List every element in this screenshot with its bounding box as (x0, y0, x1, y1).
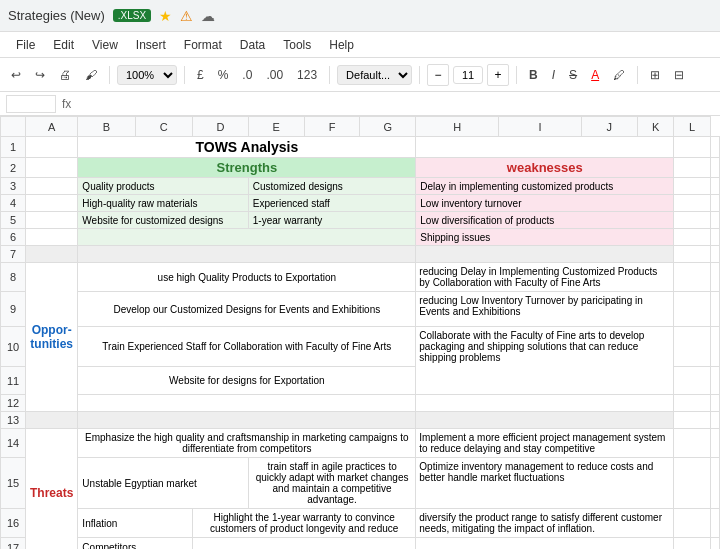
cell-l7[interactable] (674, 246, 711, 263)
borders-button[interactable]: ⊞ (645, 65, 665, 85)
so-strategy-1[interactable]: use high Quality Products to Exportation (78, 263, 416, 292)
wo-strategy-3[interactable]: Collaborate with the Faculty of Fine art… (416, 327, 674, 395)
increase-decimal-button[interactable]: .00 (261, 65, 288, 85)
weakness-item-3[interactable]: Low diversification of products (416, 212, 674, 229)
cell-l2[interactable] (674, 158, 711, 178)
menu-view[interactable]: View (84, 36, 126, 54)
st-strategy-1[interactable]: Emphasize the high quality and craftsman… (78, 429, 416, 458)
formula-input[interactable] (77, 98, 714, 110)
wo-strategy-2[interactable]: reducing Low Inventory Turnover by paric… (416, 292, 674, 327)
strength-item-3b[interactable]: 1-year warranty (248, 212, 415, 229)
so-strategy-3[interactable]: Train Experienced Staff for Collaboratio… (78, 327, 416, 367)
number-format-button[interactable]: 123 (292, 65, 322, 85)
redo-button[interactable]: ↪ (30, 65, 50, 85)
currency-button[interactable]: £ (192, 65, 209, 85)
cell-a6[interactable] (26, 229, 78, 246)
menu-tools[interactable]: Tools (275, 36, 319, 54)
cell-m15[interactable] (711, 458, 720, 509)
col-header-g[interactable]: G (360, 117, 416, 137)
strength-item-3a[interactable]: Website for customized designs (78, 212, 248, 229)
increase-font-size-button[interactable]: + (487, 64, 509, 86)
strength-item-2a[interactable]: High-quality raw materials (78, 195, 248, 212)
cell-h13[interactable] (416, 412, 674, 429)
st-strategy-2[interactable]: train staff in agile practices to quickl… (248, 458, 415, 509)
cell-a1[interactable] (26, 137, 78, 158)
weakness-item-1[interactable]: Delay in implementing customized product… (416, 178, 674, 195)
cell-m8[interactable] (711, 263, 720, 292)
cell-m6[interactable] (711, 229, 720, 246)
decrease-decimal-button[interactable]: .0 (237, 65, 257, 85)
cell-l1[interactable] (674, 137, 711, 158)
cell-m2[interactable] (711, 158, 720, 178)
cell-m14[interactable] (711, 429, 720, 458)
menu-data[interactable]: Data (232, 36, 273, 54)
col-header-i[interactable]: I (499, 117, 582, 137)
threat-item-3[interactable]: Competitors (78, 538, 193, 550)
cell-l16[interactable] (674, 509, 711, 538)
cell-reference-input[interactable] (6, 95, 56, 113)
cell-d17[interactable] (192, 538, 415, 550)
cell-m16[interactable] (711, 509, 720, 538)
undo-button[interactable]: ↩ (6, 65, 26, 85)
cell-m11[interactable] (711, 367, 720, 395)
so-strategy-4[interactable]: Website for designs for Exportation (78, 367, 416, 395)
opportunities-label[interactable]: Oppor-tunities (26, 263, 78, 412)
cell-m1[interactable] (711, 137, 720, 158)
cell-l9[interactable] (674, 292, 711, 327)
st-strategy-3[interactable]: Highlight the 1-year warranty to convinc… (192, 509, 415, 538)
cell-b7[interactable] (78, 246, 416, 263)
strength-item-2b[interactable]: Experienced staff (248, 195, 415, 212)
cell-b12[interactable] (78, 395, 416, 412)
font-selector[interactable]: Default... (337, 65, 412, 85)
cell-a7[interactable] (26, 246, 78, 263)
menu-help[interactable]: Help (321, 36, 362, 54)
cell-m5[interactable] (711, 212, 720, 229)
cell-b6[interactable] (78, 229, 416, 246)
strengths-header[interactable]: Strengths (78, 158, 416, 178)
highlight-button[interactable]: 🖊 (608, 65, 630, 85)
cell-l17[interactable] (674, 538, 711, 550)
merge-button[interactable]: ⊟ (669, 65, 689, 85)
star-icon[interactable]: ★ (159, 8, 172, 24)
cell-l5[interactable] (674, 212, 711, 229)
cell-l11[interactable] (674, 367, 711, 395)
weakness-item-4[interactable]: Shipping issues (416, 229, 674, 246)
cell-m17[interactable] (711, 538, 720, 550)
menu-file[interactable]: File (8, 36, 43, 54)
cell-h12[interactable] (416, 395, 674, 412)
weaknesses-header[interactable]: weaknesses (416, 158, 674, 178)
cell-h17[interactable] (416, 538, 674, 550)
bold-button[interactable]: B (524, 65, 543, 85)
cell-m4[interactable] (711, 195, 720, 212)
col-header-f[interactable]: F (304, 117, 360, 137)
cell-l13[interactable] (674, 412, 711, 429)
wt-strategy-3[interactable]: diversify the product range to satisfy d… (416, 509, 674, 538)
col-header-l[interactable]: L (674, 117, 711, 137)
so-strategy-2[interactable]: Develop our Customized Designs for Event… (78, 292, 416, 327)
underline-color-button[interactable]: A (586, 65, 604, 85)
cell-b13[interactable] (78, 412, 416, 429)
cell-a13[interactable] (26, 412, 78, 429)
threat-item-1[interactable]: Unstable Egyptian market (78, 458, 248, 509)
cell-m10[interactable] (711, 327, 720, 367)
cell-l10[interactable] (674, 327, 711, 367)
cell-m7[interactable] (711, 246, 720, 263)
decrease-font-size-button[interactable]: − (427, 64, 449, 86)
cell-m9[interactable] (711, 292, 720, 327)
cell-l15[interactable] (674, 458, 711, 509)
menu-format[interactable]: Format (176, 36, 230, 54)
cell-a2[interactable] (26, 158, 78, 178)
zoom-selector[interactable]: 100% (117, 65, 177, 85)
print-button[interactable]: 🖨 (54, 65, 76, 85)
tows-title[interactable]: TOWS Analysis (78, 137, 416, 158)
wt-strategy-1[interactable]: Implement a more efficient project manag… (416, 429, 674, 458)
cell-l3[interactable] (674, 178, 711, 195)
strength-item-1b[interactable]: Customized designs (248, 178, 415, 195)
cell-l14[interactable] (674, 429, 711, 458)
cell-l12[interactable] (674, 395, 711, 412)
strikethrough-button[interactable]: S (564, 65, 582, 85)
col-header-d[interactable]: D (192, 117, 248, 137)
cell-m13[interactable] (711, 412, 720, 429)
italic-button[interactable]: I (547, 65, 560, 85)
cell-m12[interactable] (711, 395, 720, 412)
